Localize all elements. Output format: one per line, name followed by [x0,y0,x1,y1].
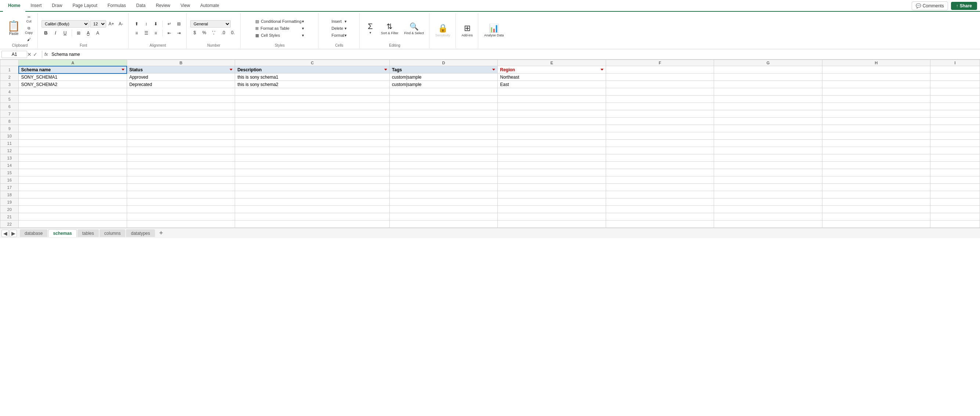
sheet-tab-database[interactable]: database [20,230,48,237]
cell-C5[interactable] [235,96,390,103]
cell-F20[interactable] [606,206,714,213]
cell-E19[interactable] [498,198,606,206]
cell-C22[interactable] [235,220,390,228]
cell-I8[interactable] [931,118,980,125]
cell-H14[interactable] [822,162,930,169]
cell-A20[interactable] [19,206,127,213]
tab-data[interactable]: Data [131,0,151,11]
cell-A8[interactable] [19,118,127,125]
col-header-h[interactable]: H [822,60,930,66]
cell-D7[interactable] [390,110,498,118]
cell-I17[interactable] [931,184,980,191]
cell-H19[interactable] [822,198,930,206]
sheet-tab-columns[interactable]: columns [100,230,126,237]
cell-g1[interactable] [714,66,822,73]
cell-H21[interactable] [822,213,930,220]
cell-C17[interactable] [235,184,390,191]
cell-D6[interactable] [390,103,498,110]
cell-D8[interactable] [390,118,498,125]
cell-E20[interactable] [498,206,606,213]
cell-I18[interactable] [931,191,980,198]
cell-A11[interactable] [19,140,127,147]
cell-F15[interactable] [606,169,714,176]
cell-F19[interactable] [606,198,714,206]
cell-I10[interactable] [931,132,980,140]
number-format-selector[interactable]: General [190,20,231,27]
cell-b2[interactable]: Approved [127,73,235,81]
cell-H12[interactable] [822,147,930,155]
cell-H13[interactable] [822,155,930,162]
decrease-font-button[interactable]: A- [116,20,125,28]
sheet-prev-button[interactable]: ◀ [2,230,9,237]
cell-F6[interactable] [606,103,714,110]
percent-button[interactable]: % [200,29,208,37]
align-top-button[interactable]: ⬆ [132,20,141,28]
cell-C15[interactable] [235,169,390,176]
cell-H6[interactable] [822,103,930,110]
cell-d2[interactable]: custom|sample [390,73,498,81]
cut-button[interactable]: ✂ Cut [23,14,35,24]
cell-F8[interactable] [606,118,714,125]
cell-c1[interactable]: Description [235,66,390,73]
align-left-button[interactable]: ≡ [132,29,141,37]
cell-B15[interactable] [127,169,235,176]
cell-F5[interactable] [606,96,714,103]
cell-D21[interactable] [390,213,498,220]
cell-D5[interactable] [390,96,498,103]
cell-H18[interactable] [822,191,930,198]
tab-home[interactable]: Home [3,0,25,12]
cell-B10[interactable] [127,132,235,140]
analyze-data-button[interactable]: 📊 Analyse Data [482,14,506,47]
cell-H11[interactable] [822,140,930,147]
cell-f1[interactable] [606,66,714,73]
format-cells-button[interactable]: Format ▾ [329,32,349,38]
cell-F9[interactable] [606,125,714,132]
cell-I19[interactable] [931,198,980,206]
cell-C4[interactable] [235,88,390,96]
cell-E11[interactable] [498,140,606,147]
cell-D16[interactable] [390,176,498,184]
cell-H17[interactable] [822,184,930,191]
cell-C19[interactable] [235,198,390,206]
cell-A21[interactable] [19,213,127,220]
cell-I15[interactable] [931,169,980,176]
cell-C13[interactable] [235,155,390,162]
add-sheet-button[interactable]: + [157,230,165,237]
align-center-button[interactable]: ☰ [142,29,151,37]
cell-I12[interactable] [931,147,980,155]
cell-A18[interactable] [19,191,127,198]
cell-e2[interactable]: Northeast [498,73,606,81]
cell-B7[interactable] [127,110,235,118]
cell-styles-button[interactable]: ▦ Cell Styles ▾ [253,32,306,38]
cell-G17[interactable] [714,184,822,191]
cell-B12[interactable] [127,147,235,155]
cell-B6[interactable] [127,103,235,110]
cell-F16[interactable] [606,176,714,184]
cell-A22[interactable] [19,220,127,228]
italic-button[interactable]: I [51,29,60,37]
insert-cells-button[interactable]: Insert ▾ [329,18,349,25]
cell-F10[interactable] [606,132,714,140]
cell-D15[interactable] [390,169,498,176]
cell-F11[interactable] [606,140,714,147]
find-select-button[interactable]: 🔍 Find & Select [402,21,426,37]
cell-D13[interactable] [390,155,498,162]
col-header-g[interactable]: G [714,60,822,66]
col-header-e[interactable]: E [498,60,606,66]
cell-E12[interactable] [498,147,606,155]
sheet-tab-datatypes[interactable]: datatypes [126,230,154,237]
cell-c3[interactable]: this is sony schema2 [235,81,390,88]
increase-font-button[interactable]: A+ [107,20,116,28]
cell-F17[interactable] [606,184,714,191]
cell-I5[interactable] [931,96,980,103]
cell-A9[interactable] [19,125,127,132]
tab-insert[interactable]: Insert [25,0,47,11]
comma-button[interactable]: ',' [209,29,218,37]
cell-reference-input[interactable] [2,51,27,58]
confirm-formula-button[interactable]: ✓ [33,52,37,57]
cell-E4[interactable] [498,88,606,96]
align-bottom-button[interactable]: ⬇ [151,20,160,28]
cell-H8[interactable] [822,118,930,125]
cell-D22[interactable] [390,220,498,228]
cell-G22[interactable] [714,220,822,228]
